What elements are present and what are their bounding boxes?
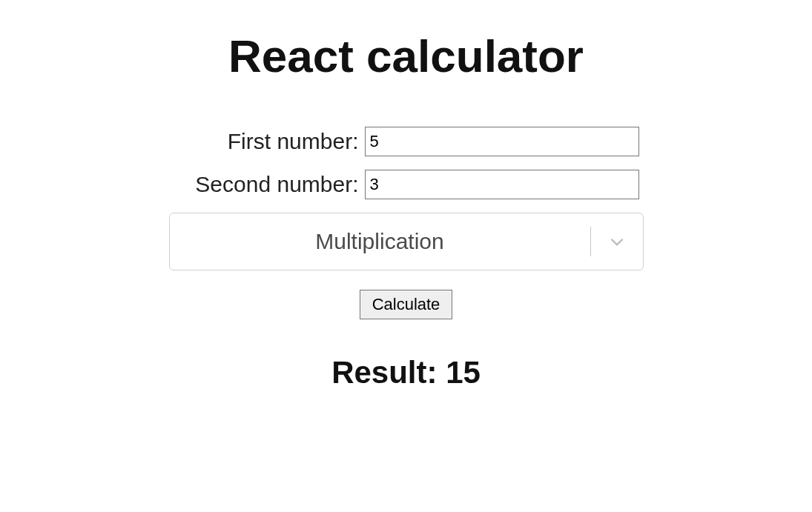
first-number-label: First number:: [174, 129, 359, 154]
page-title: React calculator: [228, 30, 584, 82]
calculate-button[interactable]: Calculate: [360, 290, 453, 319]
result-label: Result:: [331, 355, 446, 390]
second-number-input[interactable]: [365, 170, 639, 199]
first-number-input[interactable]: [365, 127, 639, 156]
operation-select-value: Multiplication: [315, 229, 443, 254]
chevron-down-icon[interactable]: [591, 232, 643, 251]
operation-select[interactable]: Multiplication: [169, 213, 644, 270]
result-display: Result: 15: [331, 355, 481, 390]
second-number-label: Second number:: [174, 172, 359, 197]
first-number-row: First number:: [174, 127, 639, 156]
calculator-form: First number: Second number: Multiplicat…: [169, 127, 644, 390]
second-number-row: Second number:: [174, 170, 639, 199]
result-value: 15: [446, 355, 481, 390]
operation-select-value-zone: Multiplication: [170, 229, 590, 254]
